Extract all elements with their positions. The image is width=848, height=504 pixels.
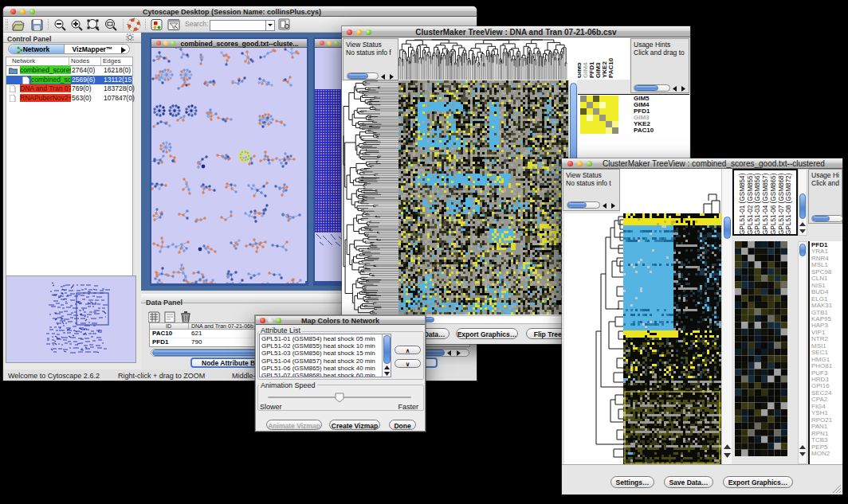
svg-text:PAC10: PAC10 — [607, 57, 614, 78]
svg-text:Search:: Search: — [185, 20, 208, 28]
svg-text:GPL51-03 (GSM856): GPL51-03 (GSM856) — [754, 173, 761, 235]
svg-text:GPL51-01 (GSM854): GPL51-01 (GSM854) — [739, 173, 746, 235]
svg-text:GPL51-02 (GSM855): GPL51-02 (GSM855) — [747, 173, 754, 235]
svg-text:GPL51-08 (GSM872): GPL51-08 (GSM872) — [785, 173, 792, 235]
svg-text:GPL51-07 (GSM868): GPL51-07 (GSM868) — [778, 173, 785, 235]
svg-text:GPL51-06 (GSM865): GPL51-06 (GSM865) — [770, 173, 777, 235]
svg-text:GPL51-04 (GSM857): GPL51-04 (GSM857) — [762, 173, 769, 235]
